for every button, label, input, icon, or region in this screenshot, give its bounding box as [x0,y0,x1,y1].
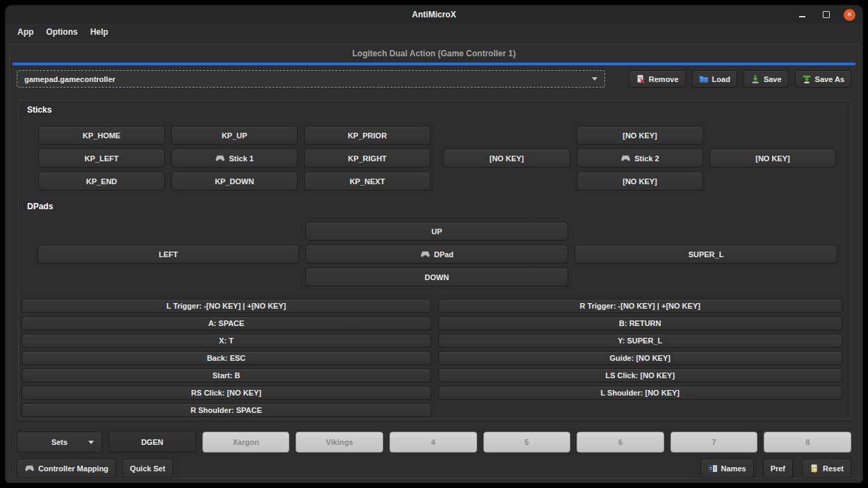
stick1-down-button[interactable]: KP_DOWN [171,172,298,190]
rs-click-button[interactable]: RS Click: [NO KEY] [22,386,431,400]
dpad-section: UP LEFT DPad SUPER_L DOWN [38,222,851,285]
dpad-left-button[interactable]: LEFT [38,245,299,263]
reset-button-label: Reset [823,464,844,473]
menu-item-help[interactable]: Help [84,25,115,39]
stick1-downright-button[interactable]: KP_NEXT [304,172,431,190]
names-button-label: Names [721,464,746,473]
minimize-icon [799,16,805,17]
title-bar: AntiMicroX ✕ [6,6,862,24]
pref-button[interactable]: Pref [763,459,793,478]
stick1-button[interactable]: Stick 1 [171,149,298,168]
footer-right-buttons: Names Pref Reset [700,459,851,478]
l-shoulder-button[interactable]: L Shoulder: [NO KEY] [438,386,843,400]
window-controls: ✕ [796,6,855,24]
gamepad-icon [215,155,225,162]
save-as-icon [802,74,812,84]
y-button[interactable]: Y: SUPER_L [438,334,843,348]
profile-row: gamepad.gamecontroller Remove Load [17,70,851,88]
button-assignments: L Trigger: -[NO KEY] | +[NO KEY] A: SPAC… [22,299,842,417]
save-as-button[interactable]: Save As [795,70,851,88]
r-trigger-button[interactable]: R Trigger: -[NO KEY] | +[NO KEY] [438,299,843,313]
sets-selector[interactable]: Sets [17,432,102,453]
controller-mapping-button[interactable]: Controller Mapping [17,459,116,478]
profile-buttons: Remove Load Save [629,70,851,88]
stick1-up-button[interactable]: KP_UP [171,126,298,145]
menu-item-app[interactable]: App [11,25,40,39]
l-trigger-button[interactable]: L Trigger: -[NO KEY] | +[NO KEY] [22,299,431,313]
back-button[interactable]: Back: ESC [22,351,431,365]
dpad-up-button[interactable]: UP [305,222,568,241]
b-button[interactable]: B: RETURN [438,316,843,330]
set-tab-6[interactable]: 6 [577,432,664,453]
sets-selector-label: Sets [51,438,67,446]
ls-click-button[interactable]: LS Click: [NO KEY] [438,368,843,382]
footer-left-buttons: Controller Mapping Quick Set [17,459,173,478]
r-shoulder-button[interactable]: R Shoulder: SPACE [22,403,431,417]
guide-button[interactable]: Guide: [NO KEY] [438,351,843,365]
stick2-down-button[interactable]: [NO KEY] [577,172,703,190]
set-tab-7[interactable]: 7 [670,432,758,453]
x-button[interactable]: X: T [22,334,431,348]
gamepad-icon [420,251,431,258]
dpad-down-button[interactable]: DOWN [305,268,568,286]
menu-item-options[interactable]: Options [40,25,83,39]
remove-button-label: Remove [649,75,679,83]
app-window: AntiMicroX ✕ App Options Help Logitech D… [6,6,862,482]
stick2-up-button[interactable]: [NO KEY] [577,126,703,145]
names-button[interactable]: Names [700,459,754,478]
stick2-left-button[interactable]: [NO KEY] [443,149,570,168]
stick1-right-button[interactable]: KP_RIGHT [304,149,431,168]
save-icon [750,74,760,84]
minimize-button[interactable] [796,9,808,21]
load-button-label: Load [712,75,730,83]
stick2-button-label: Stick 2 [634,154,659,163]
reset-icon [810,464,819,473]
reset-button[interactable]: Reset [802,459,851,478]
stick1-upright-button[interactable]: KP_PRIOR [304,126,431,145]
names-icon [708,464,718,473]
a-button[interactable]: A: SPACE [22,316,431,330]
maximize-button[interactable] [820,9,832,21]
stick2-button[interactable]: Stick 2 [577,149,703,168]
folder-open-icon [699,74,709,84]
stick1-grid: KP_HOME KP_UP KP_PRIOR KP_LEFT Stick 1 K… [38,126,431,189]
profile-combobox[interactable]: gamepad.gamecontroller [17,70,605,88]
close-button[interactable]: ✕ [844,9,855,21]
assignments-right-column: R Trigger: -[NO KEY] | +[NO KEY] B: RETU… [438,299,843,417]
stick1-left-button[interactable]: KP_LEFT [38,149,165,168]
assignments-left-column: L Trigger: -[NO KEY] | +[NO KEY] A: SPAC… [22,299,431,417]
stick1-upleft-button[interactable]: KP_HOME [38,126,165,145]
close-icon: ✕ [846,11,852,18]
set-tab-4[interactable]: 4 [389,432,477,453]
tab-accent-underline [13,63,855,65]
stick2-right-button[interactable]: [NO KEY] [709,149,836,168]
chevron-down-icon [88,441,94,444]
sets-row: Sets DGEN Xargon Vikings 4 5 6 7 8 [17,432,851,452]
start-button[interactable]: Start: B [22,368,431,382]
quick-set-button[interactable]: Quick Set [122,459,173,478]
menu-bar: App Options Help [6,24,862,40]
remove-icon [636,74,645,84]
save-button-label: Save [764,75,782,83]
controller-tab-label: Logitech Dual Action (Game Controller 1) [353,49,516,58]
set-tab-xargon[interactable]: Xargon [202,432,290,453]
set-tab-vikings[interactable]: Vikings [296,432,383,453]
dpad-right-button[interactable]: SUPER_L [574,245,837,263]
set-tab-5[interactable]: 5 [483,432,571,453]
save-button[interactable]: Save [744,70,789,88]
profile-combobox-value: gamepad.gamecontroller [24,75,115,83]
footer-bar: Controller Mapping Quick Set Names Pref … [17,459,851,478]
dpads-heading: DPads [27,202,851,211]
save-as-button-label: Save As [815,75,844,83]
gamepad-icon [620,155,631,162]
set-tab-dgen[interactable]: DGEN [108,432,196,453]
maximize-icon [823,11,830,18]
set-tab-8[interactable]: 8 [764,432,851,453]
tab-controller[interactable]: Logitech Dual Action (Game Controller 1) [10,44,858,63]
stick1-downleft-button[interactable]: KP_END [38,172,165,190]
dpad-button-label: DPad [434,250,453,259]
dpad-button[interactable]: DPad [305,245,568,263]
remove-button[interactable]: Remove [629,70,686,88]
load-button[interactable]: Load [692,70,737,88]
sticks-section: KP_HOME KP_UP KP_PRIOR KP_LEFT Stick 1 K… [38,126,851,189]
